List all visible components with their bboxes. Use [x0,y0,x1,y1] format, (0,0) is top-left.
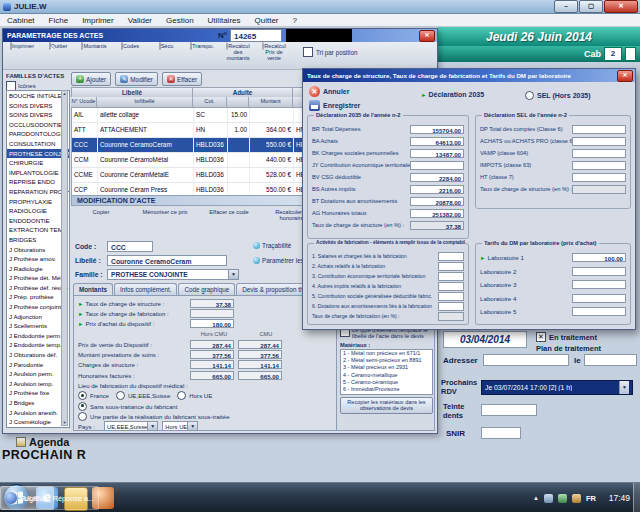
materiau-item[interactable]: 6 - Immédiat/Provisoire [341,386,432,393]
menu-item[interactable]: Gestion [159,16,201,25]
declaration-sel-field[interactable] [572,125,626,134]
materiau-item[interactable]: 2 - Métal semi-précieux en 8891 [341,357,432,364]
declaration-row-field[interactable]: 2284.00 [410,173,464,182]
toolbar-button[interactable]: Recalcul Prix de vente [258,44,290,62]
snir-field[interactable] [481,427,521,439]
close-button[interactable]: ✕ [604,0,638,13]
taux-dialog-close-button[interactable]: ✕ [617,70,633,82]
famille-item[interactable]: J Endodontie perm. [7,331,69,341]
famille-item[interactable]: BRIDGES [7,235,69,245]
menu-item[interactable]: Fiche [42,16,76,25]
declaration-row-field[interactable]: 13487.00 [410,149,464,158]
fabrication-row-field[interactable] [438,252,464,261]
toolbar-button[interactable]: Transpo. [186,44,218,50]
declaration-row-field[interactable]: 155704.00 [410,125,464,134]
famille-item[interactable]: J Cosmétologie [7,417,69,427]
materiau-item[interactable]: 5 - Céramo-céramique [341,379,432,386]
famille-item[interactable]: RADIOLOGIE [7,206,69,216]
toolbar-button[interactable]: Sécu [150,44,182,50]
laboratoire-field[interactable]: 100.00 [572,253,626,262]
declaration-sel-field[interactable] [572,149,626,158]
famille-item[interactable]: EXTRACTION TEMP. [7,225,69,235]
toolbar-button[interactable]: Codes [114,44,146,50]
pays-select[interactable]: UE,EEE,Suisse ▼ [104,421,158,430]
declaration-sel-field[interactable] [572,173,626,182]
menu-item[interactable]: Quitter [248,16,286,25]
famille-item[interactable]: CHIRURGIE [7,158,69,168]
tray-volume-icon[interactable] [572,494,581,503]
famille-item[interactable]: REPARATION PROTHESE [7,187,69,197]
declaration-2035-radio[interactable]: Déclaration 2035 [421,91,484,98]
famille-item[interactable]: J Prothèse dét. Métal [7,273,69,283]
famille-item[interactable]: J Prothèse conjointe [7,302,69,312]
famille-item[interactable]: J Obturations [7,245,69,255]
annuler-button[interactable]: Annuler [309,86,349,97]
toolbar-button[interactable]: Montants [78,44,110,50]
lieu-radio-option[interactable]: Hors UE [177,391,212,400]
show-desktop-button[interactable] [633,483,640,512]
taskbar-task-button[interactable]: JULIE.W [0,486,54,510]
enregistrer-button[interactable]: Enregistrer [309,100,360,111]
taskbar-clock[interactable]: 17:49 [609,483,630,512]
declaration-sel-field[interactable] [572,137,626,146]
modif-tool-button[interactable]: Mémoriser ce prix [137,209,193,222]
teinte-dents-field[interactable] [481,404,537,416]
famille-item[interactable]: J Adjonction [7,312,69,322]
famille-item[interactable]: BOUCHE INITIALE [7,91,69,101]
patient-number-field[interactable]: 14265 [230,29,282,42]
fabrication-row-field[interactable] [438,302,464,311]
materiau-item[interactable]: 3 - Métal précieux en 2931 [341,364,432,371]
famille-item[interactable]: CONSULTATION [7,139,69,149]
lieu-radio-option[interactable]: UE,EEE,Suisse [116,391,170,400]
menu-item[interactable]: Cabinet [0,16,42,25]
famille-item[interactable]: J Prép. prothèse [7,292,69,302]
menu-item[interactable]: ? [286,16,304,25]
modif-tool-button[interactable]: Copier [73,209,129,222]
maximize-button[interactable]: ▢ [579,0,603,13]
pays-select[interactable]: Hors UE ▼ [162,421,198,430]
radio-icon[interactable] [78,412,87,421]
famille-item[interactable]: IMPLANTOLOGIE [7,168,69,178]
toolbar-button[interactable]: Imprimer [6,44,38,50]
menu-item[interactable]: Imprimer [75,16,121,25]
tri-par-position-checkbox[interactable] [303,47,313,57]
language-indicator[interactable]: FR [586,494,596,503]
famille-item[interactable]: SOINS DIVERS [7,101,69,111]
modif-tool-button[interactable]: Effacer ce code [201,209,257,222]
prix-achat-field[interactable]: 180.00 [190,319,234,328]
minimize-button[interactable]: – [554,0,578,13]
famille-item[interactable]: J Obturations déf. [7,350,69,360]
famille-item[interactable]: J Endodontie temp. [7,340,69,350]
fabrication-row-field[interactable] [438,262,464,271]
action-button[interactable]: Effacer [162,72,202,86]
materiau-item[interactable]: 1 - Métal non précieux en 671/1 [341,350,432,357]
declaration-row-field[interactable] [410,161,464,170]
plan-traitement-label[interactable]: Plan de traitement [536,344,601,353]
famille-item[interactable]: J Prothèse déf. résine [7,283,69,293]
prochains-rdv-select[interactable]: Je 03/07/2014 17:00 [2] (1 h) ▼ [481,380,633,395]
lieu-radio-option[interactable]: France [78,391,109,400]
famille-item[interactable]: J Avulsion perm. [7,369,69,379]
sel-radio[interactable]: SEL (Hors 2035) [525,91,591,100]
action-button[interactable]: Modifier [115,72,158,86]
laboratoire-field[interactable] [572,267,626,276]
code-field[interactable]: CCC [107,241,153,252]
toolbar-button[interactable]: Quitter [42,44,74,50]
famille-item[interactable]: OCCLUSODONTIE [7,120,69,130]
treatment-date[interactable]: 03/04/2014 [443,331,527,348]
cab-number-field[interactable]: 2 [604,47,622,61]
cab-extra-field[interactable] [625,47,636,61]
declaration-row-field[interactable]: 64613.00 [410,137,464,146]
laboratoire-field[interactable] [572,307,626,316]
recopier-materiaux-button[interactable]: Recopier les matériaux dans les observat… [340,397,433,414]
declaration-row-field[interactable]: 20878.00 [410,197,464,206]
famille-item[interactable]: J Prothèse fixe [7,388,69,398]
declaration-sel-field[interactable] [572,161,626,170]
familles-scrollbar[interactable]: ▲▼ [61,90,68,426]
radio-icon[interactable] [78,402,87,411]
famille-item[interactable]: J Avulsion temp. [7,379,69,389]
famille-item[interactable]: J Radiologie [7,264,69,274]
tray-network-icon[interactable] [544,494,553,503]
famille-item[interactable]: REPRISE ENDO [7,177,69,187]
fabrication-row-field[interactable] [438,282,464,291]
